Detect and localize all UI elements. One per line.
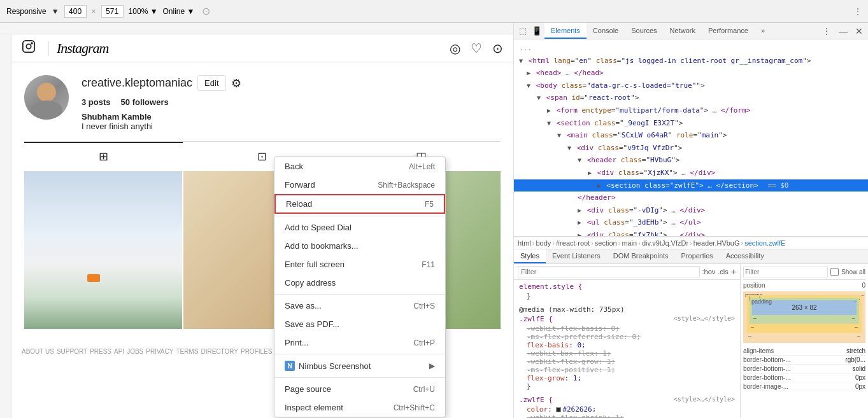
zoom-dropdown[interactable]: 100% ▼	[129, 7, 158, 16]
collapse-arrow-span[interactable]: ▼	[537, 94, 541, 101]
show-all-checkbox[interactable]	[830, 268, 839, 276]
tab-performance[interactable]: Performance	[702, 23, 755, 39]
height-input[interactable]	[101, 5, 124, 18]
ctx-page-source[interactable]: Page source Ctrl+U	[274, 380, 445, 398]
styles-filter-input[interactable]	[518, 266, 700, 277]
styles-tab-styles[interactable]: Styles	[514, 249, 546, 263]
collapse-arrow-selected[interactable]: ▶	[597, 182, 601, 189]
ig-tab-grid[interactable]: ⊞	[24, 142, 183, 170]
collapse-arrow-main[interactable]: ▼	[557, 132, 561, 139]
dom-line-form[interactable]: ▶ <form enctype="multipart/form-data"> ……	[514, 104, 868, 117]
bc-section-zwlfe[interactable]: section.zwlfE	[744, 239, 785, 247]
ctx-add-bookmarks[interactable]: Add to bookmarks...	[274, 237, 445, 255]
footer-privacy[interactable]: PRIVACY	[146, 348, 173, 355]
dom-line-ul[interactable]: ▶ <ul class="_3dEHb"> … </ul>	[514, 216, 868, 229]
device-toolbar-icon[interactable]: 📱	[529, 25, 544, 37]
footer-api[interactable]: API	[114, 348, 124, 355]
profile-icon[interactable]: ⊙	[492, 41, 503, 56]
collapse-arrow-vdig[interactable]: ▶	[578, 207, 581, 214]
ctx-nimbus[interactable]: N Nimbus Screenshot ▶	[274, 356, 445, 375]
ctx-save-pdf[interactable]: Save as PDF...	[274, 315, 445, 333]
devtools-close-icon[interactable]: ✕	[853, 25, 865, 38]
ctx-copy-address[interactable]: Copy address	[274, 274, 445, 292]
dom-line-html[interactable]: ▼ <html lang="en" class="js logged-in cl…	[514, 55, 868, 67]
styles-tab-accessibility[interactable]: Accessibility	[720, 249, 771, 263]
devtools-settings-icon[interactable]: ⋮	[820, 25, 834, 38]
styles-tab-event-listeners[interactable]: Event Listeners	[546, 249, 607, 263]
hover-filter-btn[interactable]: :hov	[702, 268, 716, 275]
bc-html[interactable]: html	[518, 239, 531, 247]
collapse-arrow-ul[interactable]: ▶	[578, 219, 581, 226]
footer-terms[interactable]: TERMS	[176, 348, 198, 355]
dom-line-header-close[interactable]: </header>	[514, 192, 868, 204]
grid-item-1	[24, 171, 182, 329]
footer-press[interactable]: PRESS	[90, 348, 111, 355]
tab-console[interactable]: Console	[587, 23, 625, 39]
devtools-controls: ⋮ — ✕	[820, 25, 865, 38]
ctx-fullscreen[interactable]: Enter full screen F11	[274, 255, 445, 274]
width-input[interactable]	[64, 5, 87, 18]
heart-icon[interactable]: ♡	[471, 41, 482, 56]
dom-line-main[interactable]: ▼ <main class="SCxLW o64aR" role="main">	[514, 129, 868, 142]
bc-body[interactable]: body	[536, 239, 551, 247]
bc-section[interactable]: section	[595, 239, 617, 247]
collapse-arrow-head[interactable]: ▶	[527, 69, 530, 76]
dom-line-div-vdig[interactable]: ▶ <div class="-vDIg"> … </div>	[514, 204, 868, 217]
ctx-add-speed-dial[interactable]: Add to Speed Dial	[274, 218, 445, 237]
footer-about-us[interactable]: ABOUT US	[22, 348, 54, 355]
online-dropdown[interactable]: Online ▼	[163, 7, 195, 16]
devtools-minimize-icon[interactable]: —	[836, 25, 850, 38]
dom-line-div-fx7hk[interactable]: ▶ <div class="fx7hk"> … </div>	[514, 229, 868, 237]
ctx-back[interactable]: Back Alt+Left	[274, 157, 445, 176]
more-options-icon[interactable]: ⋮	[854, 7, 862, 16]
add-style-btn[interactable]: +	[731, 267, 736, 277]
styles-tab-properties[interactable]: Properties	[675, 249, 720, 263]
ctx-reload[interactable]: Reload F5	[274, 194, 445, 214]
edit-profile-button[interactable]: Edit	[197, 75, 225, 91]
attr-gt: ">	[802, 57, 811, 65]
collapse-arrow-body[interactable]: ▼	[527, 82, 530, 89]
collapse-arrow-div1[interactable]: ▼	[567, 144, 571, 151]
dom-line-section[interactable]: ▼ <section class="_9eogI E3X2T">	[514, 117, 868, 130]
tab-network[interactable]: Network	[664, 23, 702, 39]
tab-elements[interactable]: Elements	[544, 23, 587, 39]
prop-val-color: #262626;	[562, 405, 596, 414]
footer-jobs[interactable]: JOBS	[127, 348, 143, 355]
class-filter-btn[interactable]: .cls	[718, 268, 729, 275]
styles-tab-dom-breakpoints[interactable]: DOM Breakpoints	[607, 249, 675, 263]
dom-line-body[interactable]: ▼ <body class="data-gr-c-s-loaded="true"…	[514, 80, 868, 92]
dom-line-header[interactable]: ▼ <header class="HVbuG">	[514, 154, 868, 167]
dom-line-head[interactable]: ▶ <head> … </head>	[514, 67, 868, 80]
footer-directory[interactable]: DIRECTORY	[201, 348, 238, 355]
compass-icon[interactable]: ◎	[450, 41, 460, 56]
dom-line-div-xjzkx[interactable]: ▶ <div class="XjzKX"> … </div>	[514, 167, 868, 179]
ctx-inspect[interactable]: Inspect element Ctrl+Shift+C	[274, 398, 445, 417]
collapse-arrow-xjzkx[interactable]: ▶	[588, 169, 592, 176]
ctx-print-label: Print...	[285, 338, 309, 347]
bc-header[interactable]: header.HVbuG	[694, 239, 740, 247]
dom-line-ellipsis[interactable]: ...	[514, 42, 868, 55]
collapse-arrow-section[interactable]: ▼	[547, 120, 551, 127]
screenshot-icon[interactable]: ⊙	[202, 5, 210, 17]
tab-sources[interactable]: Sources	[625, 23, 663, 39]
bc-react-root[interactable]: #react-root	[556, 239, 590, 247]
collapse-arrow-header[interactable]: ▼	[578, 157, 581, 164]
collapse-arrow[interactable]: ▼	[519, 57, 523, 64]
dom-line-section-zwlfe[interactable]: ▶ <section class="zwlfE"> … </section> =…	[514, 179, 868, 192]
bc-main[interactable]: main	[622, 239, 637, 247]
ctx-print[interactable]: Print... Ctrl+P	[274, 333, 445, 352]
inspect-element-icon[interactable]: ⬚	[516, 25, 529, 37]
footer-support[interactable]: SUPPORT	[57, 348, 87, 355]
ctx-save-as[interactable]: Save as... Ctrl+S	[274, 296, 445, 315]
computed-filter-input[interactable]	[743, 267, 828, 277]
responsive-dropdown[interactable]: Responsive	[6, 7, 46, 16]
footer-profiles[interactable]: PROFILES	[241, 348, 272, 355]
dom-line-div-vtjq[interactable]: ▼ <div class="v9tJq VfzDr">	[514, 142, 868, 155]
dom-line-react-root[interactable]: ▼ <span id="react-root">	[514, 92, 868, 104]
settings-gear-icon[interactable]: ⚙	[231, 76, 241, 90]
collapse-arrow-form[interactable]: ▶	[547, 107, 551, 114]
ctx-forward[interactable]: Forward Shift+Backspace	[274, 176, 445, 194]
bc-div-vtjq[interactable]: div.v9tJq.VfzDr	[642, 239, 688, 247]
collapse-arrow-fx7hk[interactable]: ▶	[578, 232, 581, 237]
tab-more[interactable]: »	[755, 23, 771, 39]
